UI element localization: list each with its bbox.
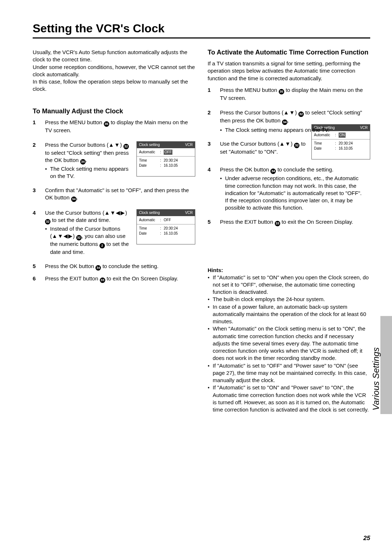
ref-badge-exit: 33 [100, 278, 105, 283]
osd-key-time: Time [139, 226, 160, 231]
osd-key-automatic: Automatic [139, 150, 160, 155]
step-text: . [77, 194, 78, 200]
osd-panel-off: Clock setting VCR Automatic : OFF [136, 141, 195, 177]
page-number: 25 [363, 535, 370, 542]
step-number: 3 [33, 187, 45, 194]
step-text: ) [125, 210, 127, 216]
step-text: Use the Cursor buttons ( [45, 210, 104, 216]
step-number: 5 [33, 263, 45, 270]
ref-badge-ok: 34 [71, 197, 77, 202]
step-text: Use the Cursor buttons ( [220, 141, 279, 147]
step-text: ) [120, 142, 123, 148]
osd-value-date: 16.10.05 [339, 146, 368, 151]
osd-value-automatic: OFF [164, 150, 172, 155]
intro-block: Usually, the VCR's Auto Setup function a… [33, 49, 195, 93]
ref-badge-cursor: 32 [45, 219, 50, 224]
title-rule [33, 37, 370, 39]
intro-line: Usually, the VCR's Auto Setup function a… [33, 49, 195, 64]
hint-item: The built-in clock employs the 24-hour s… [208, 296, 370, 303]
hints-heading: Hints: [208, 267, 370, 273]
osd-value-time: 20:30:24 [164, 158, 193, 163]
sub-bullet: The Clock setting menu appears on the TV… [220, 126, 370, 134]
ref-badge-menu: 35 [104, 121, 109, 127]
side-section-label: Various Settings [371, 316, 381, 414]
auto-correction-heading: To Activate the Automatic Time Correctio… [208, 49, 370, 56]
osd-corner: VCR [185, 142, 193, 147]
step-number: 1 [33, 119, 45, 126]
sub-bullet: Under adverse reception conditions, etc.… [220, 175, 370, 211]
osd-key-date: Date [139, 163, 160, 168]
sub-bullet: The Clock setting menu appears on the TV… [45, 165, 132, 180]
step-2: 2 Press the Cursor buttons (▲▼) 32 to se… [33, 141, 195, 180]
step-3: 3 Use the Cursor buttons (▲▼) 32 to set … [208, 140, 370, 159]
step-number: 6 [33, 275, 45, 282]
step-text: to conclude the setting. [276, 166, 333, 173]
hint-item: If "Automatic" is set to "ON" when you o… [208, 274, 370, 296]
step-2: 2 Press the Cursor buttons (▲▼) 32 to se… [208, 109, 370, 134]
step-number: 2 [208, 109, 220, 116]
step-4: 4 Use the Cursor buttons (▲▼◀▶) 32 to se… [33, 209, 195, 256]
intro-line: Under some reception conditions, however… [33, 64, 195, 78]
osd-value-time: 20:30:24 [164, 226, 193, 231]
ref-badge-menu: 35 [279, 89, 284, 94]
ref-badge-ok: 34 [95, 265, 101, 271]
step-text: Press the MENU button [45, 119, 104, 125]
step-text: Press the MENU button [220, 87, 279, 93]
step-text: Press the Cursor buttons ( [220, 109, 283, 116]
step-text: ) [291, 141, 294, 147]
page-title: Setting the VCR's Clock [33, 22, 370, 35]
osd-colon: : [335, 146, 339, 151]
osd-title: Clock setting [139, 142, 160, 147]
ref-badge-ok: 34 [282, 119, 287, 125]
right-column: To Activate the Automatic Time Correctio… [208, 49, 370, 413]
step-text: to exit the On Screen Display. [105, 275, 178, 281]
step-4: 4 Press the OK button 34 to conclude the… [208, 166, 370, 211]
osd-key-automatic: Automatic [139, 218, 160, 223]
osd-colon: : [335, 141, 339, 146]
osd-panel-off-2: Clock setting VCR Automatic : OFF [136, 209, 195, 244]
step-text: to set the date and time. [50, 217, 110, 223]
arrows-icon: ▲▼ [283, 109, 295, 116]
left-column: Usually, the VCR's Auto Setup function a… [33, 49, 195, 413]
step-number: 1 [208, 86, 220, 94]
step-text: to conclude the setting. [101, 263, 158, 269]
osd-colon: : [160, 163, 164, 168]
ref-badge-numeric: 2 [99, 243, 105, 248]
step-1: 1 Press the MENU button 35 to display th… [208, 86, 370, 102]
hints-list: If "Automatic" is set to "ON" when you o… [208, 274, 370, 414]
hint-item: In case of a power failure, an automatic… [208, 303, 370, 325]
hint-item: If "Automatic" is set to "ON" and "Power… [208, 384, 370, 413]
side-tab [380, 316, 392, 414]
ref-badge-cursor: 32 [123, 144, 129, 149]
osd-value-time: 20:30:24 [339, 141, 368, 146]
osd-colon: : [160, 226, 164, 231]
step-text: Press the Cursor buttons ( [45, 142, 109, 148]
auto-intro: If a TV station transmits a signal for t… [208, 60, 370, 82]
manual-adjust-heading: To Manually Adjust the Clock [33, 108, 195, 115]
osd-corner: VCR [185, 210, 193, 215]
step-number: 3 [208, 140, 220, 147]
sub-bullet: Instead of the Cursor buttons (▲▼◀▶) 32,… [45, 225, 132, 256]
step-text: Confirm that "Automatic" is set to "OFF"… [45, 187, 189, 200]
step-6: 6 Press the EXIT button 33 to exit the O… [33, 275, 195, 284]
step-text: Press the OK button [45, 263, 95, 269]
manual-steps: 1 Press the MENU button 35 to display th… [33, 119, 195, 284]
ref-badge-cursor: 32 [294, 143, 299, 148]
arrows-icon: ▲▼ [279, 141, 291, 147]
hint-item: When "Automatic" on the Clock setting me… [208, 325, 370, 362]
ref-badge-exit: 33 [275, 221, 280, 226]
ref-badge-cursor: 32 [298, 112, 304, 117]
step-text: ) [295, 109, 298, 116]
arrows-icon: ▲▼◀▶ [52, 233, 73, 239]
step-3: 3 Confirm that "Automatic" is set to "OF… [33, 187, 195, 203]
step-text: . [86, 157, 87, 163]
osd-title: Clock setting [139, 210, 160, 215]
step-5: 5 Press the OK button 34 to conclude the… [33, 263, 195, 271]
step-text: . [287, 117, 289, 123]
step-5: 5 Press the EXIT button 33 to exit the O… [208, 218, 370, 227]
osd-colon: : [160, 231, 164, 236]
step-number: 4 [208, 166, 220, 173]
osd-value-date: 16.10.05 [164, 163, 193, 168]
step-number: 4 [33, 209, 45, 216]
step-text: Press the OK button [220, 166, 270, 173]
